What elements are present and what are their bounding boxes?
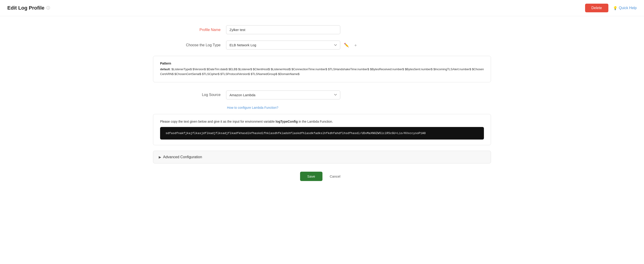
log-type-select-wrapper: ELB Network Log Other Type ✏️ ＋	[226, 41, 358, 49]
pattern-key: default	[160, 67, 170, 71]
pattern-title: Pattern	[160, 62, 484, 65]
log-source-select-wrapper: Amazon Lambda Amazon S3 Kinesis	[226, 91, 340, 99]
quick-help-label: Quick Help	[619, 6, 637, 10]
info-text-after: in the Lambda Function.	[298, 120, 333, 123]
header: Edit Log Profile ⓘ Delete 💡 Quick Help	[0, 0, 644, 16]
save-button[interactable]: Save	[300, 172, 322, 181]
profile-name-label: Profile Name	[153, 28, 226, 32]
pattern-value: : $ListenerType$ $Version$ $DateTim:date…	[160, 67, 484, 76]
log-type-row: Choose the Log Type ELB Network Log Othe…	[153, 41, 491, 49]
log-type-select[interactable]: ELB Network Log Other Type	[226, 41, 340, 49]
code-block: sdfasdfnakfjkajflkasjdflkadjflksadjflkad…	[160, 127, 484, 140]
profile-name-input[interactable]	[226, 25, 340, 34]
pattern-box: Pattern default: $ListenerType$ $Version…	[153, 56, 491, 82]
cancel-button[interactable]: Cancel	[326, 172, 344, 181]
profile-name-row: Profile Name	[153, 25, 491, 34]
lambda-help-link[interactable]: How to configure Lambda Function?	[227, 106, 491, 110]
page-title: Edit Log Profile	[7, 5, 44, 11]
edit-log-type-button[interactable]: ✏️	[343, 42, 350, 49]
log-source-section: Log Source Amazon Lambda Amazon S3 Kines…	[153, 91, 491, 110]
main-content: Profile Name Choose the Log Type ELB Net…	[139, 16, 505, 199]
log-type-label: Choose the Log Type	[153, 43, 226, 47]
info-box-text: Please copy the text given below and giv…	[160, 120, 484, 123]
header-left: Edit Log Profile ⓘ	[7, 5, 50, 11]
footer-buttons: Save Cancel	[153, 172, 491, 190]
info-box: Please copy the text given below and giv…	[153, 114, 491, 145]
chevron-right-icon: ▶	[159, 155, 161, 159]
header-right: Delete 💡 Quick Help	[585, 4, 637, 12]
log-source-row: Log Source Amazon Lambda Amazon S3 Kines…	[153, 91, 491, 99]
log-source-label: Log Source	[153, 93, 226, 97]
log-source-select[interactable]: Amazon Lambda Amazon S3 Kinesis	[226, 91, 340, 99]
advanced-config-label: Advanced Configuration	[163, 155, 202, 159]
lightbulb-icon: 💡	[613, 6, 618, 10]
delete-button[interactable]: Delete	[585, 4, 608, 12]
pattern-content: default: $ListenerType$ $Version$ $DateT…	[160, 67, 484, 77]
advanced-config-panel[interactable]: ▶ Advanced Configuration	[153, 151, 491, 163]
variable-name: logTypeConfig	[276, 120, 298, 123]
info-text-before: Please copy the text given below and giv…	[160, 120, 276, 123]
add-log-type-button[interactable]: ＋	[352, 41, 358, 49]
quick-help-link[interactable]: 💡 Quick Help	[613, 6, 637, 10]
info-icon[interactable]: ⓘ	[46, 6, 50, 10]
page-container: Edit Log Profile ⓘ Delete 💡 Quick Help P…	[0, 0, 644, 264]
